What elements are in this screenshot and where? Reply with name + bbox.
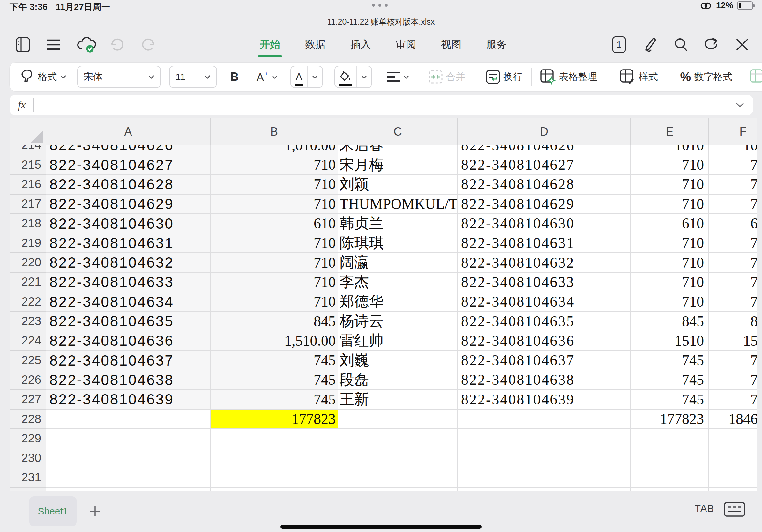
cell-D228[interactable] — [458, 410, 631, 429]
cell-F232[interactable] — [709, 488, 757, 491]
cell-E218[interactable]: 610 — [631, 214, 709, 233]
add-sheet-button[interactable] — [86, 496, 105, 526]
cell-F216[interactable]: 710 — [709, 175, 757, 194]
cell-F223[interactable]: 845 — [709, 312, 757, 331]
cell-F228[interactable]: 184660 — [709, 410, 757, 429]
cell-C218[interactable]: 韩贞兰 — [338, 214, 458, 233]
cell-C227[interactable]: 王新 — [338, 390, 458, 410]
cell-D219[interactable]: 822-3408104631 — [458, 233, 631, 253]
row-header-228[interactable]: 228 — [10, 410, 46, 429]
cell-C226[interactable]: 段磊 — [338, 370, 458, 390]
cell-E225[interactable]: 745 — [631, 351, 709, 370]
cell-D217[interactable]: 822-3408104629 — [458, 195, 631, 214]
borders-button-partial[interactable] — [750, 69, 762, 85]
row-header-220[interactable]: 220 — [10, 253, 46, 272]
cell-D216[interactable]: 822-3408104628 — [458, 175, 631, 194]
cell-C225[interactable]: 刘巍 — [338, 351, 458, 370]
cell-B221[interactable]: 710 — [211, 273, 338, 292]
cell-F218[interactable]: 610 — [709, 214, 757, 233]
cell-F230[interactable] — [709, 448, 757, 468]
cell-E229[interactable] — [631, 429, 709, 448]
cell-F222[interactable]: 710 — [709, 292, 757, 312]
cell-A231[interactable] — [46, 468, 211, 488]
cell-E222[interactable]: 710 — [631, 292, 709, 312]
row-header-224[interactable]: 224 — [10, 331, 46, 351]
cell-A226[interactable]: 822-3408104638 — [46, 370, 211, 390]
font-style-button[interactable]: Ai — [257, 71, 277, 83]
cell-C217[interactable]: THUMPOMKUL/TH — [338, 195, 458, 214]
cell-B223[interactable]: 845 — [211, 312, 338, 331]
font-size-select[interactable]: 11 — [169, 66, 217, 88]
cell-B231[interactable] — [211, 468, 338, 488]
cell-A232[interactable] — [46, 488, 211, 491]
cell-E226[interactable]: 745 — [631, 370, 709, 390]
cell-D225[interactable]: 822-3408104637 — [458, 351, 631, 370]
cell-D232[interactable] — [458, 488, 631, 491]
menu-icon[interactable] — [44, 29, 63, 60]
cell-E217[interactable]: 710 — [631, 195, 709, 214]
row-header-231[interactable]: 231 — [10, 468, 46, 488]
cell-D226[interactable]: 822-3408104638 — [458, 370, 631, 390]
formula-bar[interactable]: fx — [10, 95, 753, 115]
cell-B225[interactable]: 745 — [211, 351, 338, 370]
cell-A221[interactable]: 822-3408104633 — [46, 273, 211, 292]
cell-F215[interactable]: 710 — [709, 155, 757, 175]
cell-D224[interactable]: 822-3408104636 — [458, 331, 631, 351]
column-header-C[interactable]: C — [338, 118, 458, 145]
cell-C229[interactable] — [338, 429, 458, 448]
cell-F224[interactable]: 1510 — [709, 331, 757, 351]
redo-icon[interactable] — [138, 29, 158, 60]
row-header-225[interactable]: 225 — [10, 351, 46, 370]
alignment-button[interactable] — [386, 71, 409, 82]
row-header-226[interactable]: 226 — [10, 370, 46, 390]
cell-A225[interactable]: 822-3408104637 — [46, 351, 211, 370]
cell-D220[interactable]: 822-3408104632 — [458, 253, 631, 272]
tab-view[interactable]: 视图 — [440, 37, 463, 52]
row-header-218[interactable]: 218 — [10, 214, 46, 233]
tab-home[interactable]: 开始 — [259, 37, 281, 52]
cell-D214[interactable]: 822-3408104626 — [458, 145, 631, 155]
cell-C216[interactable]: 刘颖 — [338, 175, 458, 194]
row-header-229[interactable]: 229 — [10, 429, 46, 448]
row-header-227[interactable]: 227 — [10, 390, 46, 410]
row-header-232[interactable]: 232 — [10, 488, 46, 491]
row-header-221[interactable]: 221 — [10, 273, 46, 292]
cell-F221[interactable]: 710 — [709, 273, 757, 292]
column-header-E[interactable]: E — [631, 118, 709, 145]
cell-B214[interactable]: 1,010.00 — [211, 145, 338, 155]
cell-B224[interactable]: 1,510.00 — [211, 331, 338, 351]
cell-B219[interactable]: 710 — [211, 233, 338, 253]
cell-F229[interactable] — [709, 429, 757, 448]
bold-button[interactable]: B — [230, 70, 239, 84]
cell-F219[interactable]: 710 — [709, 233, 757, 253]
cell-B228[interactable]: 177823 — [211, 410, 338, 429]
cell-E232[interactable] — [631, 488, 709, 491]
cell-D229[interactable] — [458, 429, 631, 448]
tab-insert[interactable]: 插入 — [349, 37, 372, 52]
tab-data[interactable]: 数据 — [304, 37, 327, 52]
cell-C232[interactable] — [338, 488, 458, 491]
cell-E230[interactable] — [631, 448, 709, 468]
column-header-F[interactable]: F — [709, 118, 757, 145]
row-header-214[interactable]: 214 — [10, 145, 46, 155]
row-header-223[interactable]: 223 — [10, 312, 46, 331]
table-tidy-button[interactable]: 表格整理 — [540, 69, 597, 85]
format-painter-button[interactable]: 格式 — [19, 69, 66, 85]
cell-A214[interactable]: 822-3408104626 — [46, 145, 211, 155]
cell-E223[interactable]: 845 — [631, 312, 709, 331]
tab-key-button[interactable]: TAB — [695, 491, 714, 526]
cell-A229[interactable] — [46, 429, 211, 448]
cell-C221[interactable]: 李杰 — [338, 273, 458, 292]
cell-F227[interactable]: 745 — [709, 390, 757, 410]
cell-A220[interactable]: 822-3408104632 — [46, 253, 211, 272]
wrap-text-button[interactable]: 换行 — [486, 70, 523, 84]
cell-A228[interactable] — [46, 410, 211, 429]
cell-A223[interactable]: 822-3408104635 — [46, 312, 211, 331]
cell-A230[interactable] — [46, 448, 211, 468]
font-name-select[interactable]: 宋体 — [77, 66, 161, 88]
cell-B230[interactable] — [211, 448, 338, 468]
cell-A219[interactable]: 822-3408104631 — [46, 233, 211, 253]
cell-F231[interactable] — [709, 468, 757, 488]
cell-A222[interactable]: 822-3408104634 — [46, 292, 211, 312]
cell-C228[interactable] — [338, 410, 458, 429]
